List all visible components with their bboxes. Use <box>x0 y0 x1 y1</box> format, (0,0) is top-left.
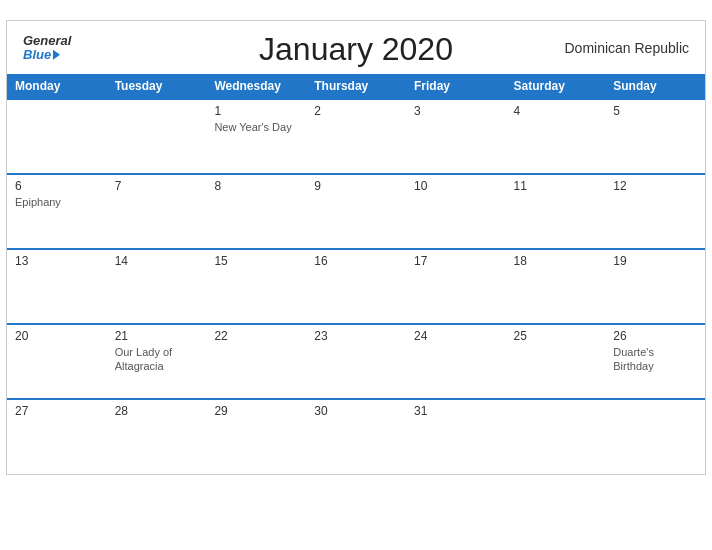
week-row-4: 2728293031 <box>7 399 705 474</box>
calendar-cell: 22 <box>206 324 306 399</box>
week-row-2: 13141516171819 <box>7 249 705 324</box>
calendar-cell: 5 <box>605 99 705 174</box>
day-number: 13 <box>15 254 99 268</box>
calendar-cell: 27 <box>7 399 107 474</box>
calendar-cell <box>107 99 207 174</box>
day-number: 24 <box>414 329 498 343</box>
day-number: 30 <box>314 404 398 418</box>
holiday-label: New Year's Day <box>214 120 298 134</box>
calendar-cell: 18 <box>506 249 606 324</box>
day-number: 6 <box>15 179 99 193</box>
calendar-cell <box>506 399 606 474</box>
calendar-title: January 2020 <box>259 31 453 68</box>
logo-blue-text: Blue <box>23 48 71 62</box>
calendar-cell <box>605 399 705 474</box>
logo-general-text: General <box>23 33 71 47</box>
day-number: 11 <box>514 179 598 193</box>
calendar-cell: 14 <box>107 249 207 324</box>
day-number: 23 <box>314 329 398 343</box>
logo-triangle-icon <box>53 50 60 60</box>
day-number: 4 <box>514 104 598 118</box>
week-row-0: 1New Year's Day2345 <box>7 99 705 174</box>
calendar-cell: 12 <box>605 174 705 249</box>
week-row-1: 6Epiphany789101112 <box>7 174 705 249</box>
day-number: 20 <box>15 329 99 343</box>
country-label: Dominican Republic <box>564 40 689 56</box>
calendar-cell: 16 <box>306 249 406 324</box>
calendar-cell: 19 <box>605 249 705 324</box>
day-number: 9 <box>314 179 398 193</box>
calendar-cell: 6Epiphany <box>7 174 107 249</box>
day-number: 7 <box>115 179 199 193</box>
day-number: 12 <box>613 179 697 193</box>
calendar-cell: 26Duarte's Birthday <box>605 324 705 399</box>
calendar-cell: 23 <box>306 324 406 399</box>
calendar-cell: 7 <box>107 174 207 249</box>
day-number: 25 <box>514 329 598 343</box>
header-tuesday: Tuesday <box>107 74 207 99</box>
header-sunday: Sunday <box>605 74 705 99</box>
calendar-grid: Monday Tuesday Wednesday Thursday Friday… <box>7 74 705 474</box>
calendar-cell: 3 <box>406 99 506 174</box>
week-row-3: 2021Our Lady of Altagracia2223242526Duar… <box>7 324 705 399</box>
day-number: 8 <box>214 179 298 193</box>
calendar-cell: 29 <box>206 399 306 474</box>
header-saturday: Saturday <box>506 74 606 99</box>
calendar-container: General Blue January 2020 Dominican Repu… <box>6 20 706 475</box>
calendar-cell: 4 <box>506 99 606 174</box>
calendar-cell: 11 <box>506 174 606 249</box>
calendar-cell: 10 <box>406 174 506 249</box>
day-number: 26 <box>613 329 697 343</box>
calendar-cell: 8 <box>206 174 306 249</box>
day-number: 16 <box>314 254 398 268</box>
header-friday: Friday <box>406 74 506 99</box>
day-number: 10 <box>414 179 498 193</box>
header-wednesday: Wednesday <box>206 74 306 99</box>
calendar-cell: 24 <box>406 324 506 399</box>
day-number: 15 <box>214 254 298 268</box>
day-number: 1 <box>214 104 298 118</box>
day-number: 5 <box>613 104 697 118</box>
day-number: 27 <box>15 404 99 418</box>
day-number: 14 <box>115 254 199 268</box>
holiday-label: Epiphany <box>15 195 99 209</box>
calendar-cell: 25 <box>506 324 606 399</box>
calendar-header: General Blue January 2020 Dominican Repu… <box>7 21 705 74</box>
calendar-cell: 21Our Lady of Altagracia <box>107 324 207 399</box>
header-monday: Monday <box>7 74 107 99</box>
day-number: 19 <box>613 254 697 268</box>
day-number: 31 <box>414 404 498 418</box>
day-number: 21 <box>115 329 199 343</box>
day-number: 29 <box>214 404 298 418</box>
day-number: 3 <box>414 104 498 118</box>
calendar-cell: 20 <box>7 324 107 399</box>
holiday-label: Duarte's Birthday <box>613 345 697 374</box>
header-thursday: Thursday <box>306 74 406 99</box>
calendar-cell: 17 <box>406 249 506 324</box>
calendar-cell: 28 <box>107 399 207 474</box>
calendar-cell: 30 <box>306 399 406 474</box>
day-number: 18 <box>514 254 598 268</box>
calendar-cell: 13 <box>7 249 107 324</box>
calendar-cell: 2 <box>306 99 406 174</box>
calendar-cell <box>7 99 107 174</box>
logo: General Blue <box>23 33 71 62</box>
day-number: 17 <box>414 254 498 268</box>
day-number: 22 <box>214 329 298 343</box>
calendar-cell: 9 <box>306 174 406 249</box>
day-number: 28 <box>115 404 199 418</box>
day-number: 2 <box>314 104 398 118</box>
weekday-header-row: Monday Tuesday Wednesday Thursday Friday… <box>7 74 705 99</box>
calendar-cell: 31 <box>406 399 506 474</box>
calendar-cell: 1New Year's Day <box>206 99 306 174</box>
calendar-cell: 15 <box>206 249 306 324</box>
holiday-label: Our Lady of Altagracia <box>115 345 199 374</box>
